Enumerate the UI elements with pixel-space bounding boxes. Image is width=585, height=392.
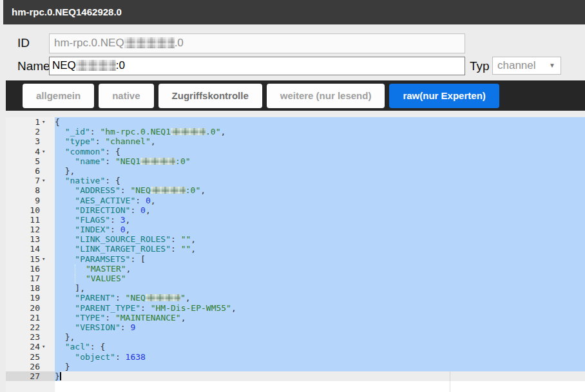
code-line[interactable]: 23 }, [6, 332, 585, 342]
code-text: "INDEX": 0, [55, 225, 585, 234]
type-select[interactable]: channel ▼ [492, 57, 561, 75]
code-text: "TYPE": "MAINTENANCE", [55, 313, 585, 322]
code-text: "PARENT": "NEQ", [55, 293, 585, 303]
fold-icon[interactable]: ▾ [40, 147, 55, 156]
chevron-down-icon: ▼ [549, 57, 555, 74]
gutter-line-number: 18 [6, 283, 55, 293]
code-line[interactable]: 14 "LINK_TARGET_ROLES": "", [6, 244, 585, 254]
fold-icon[interactable]: ▾ [40, 176, 55, 185]
fold-icon[interactable]: ▾ [40, 117, 55, 127]
code-line[interactable]: 9 "AES_ACTIVE": 0, [6, 196, 585, 205]
code-text: ], [55, 283, 585, 293]
redacted-blur [76, 60, 116, 71]
code-line[interactable]: 20 "PARENT_TYPE": "HM-Dis-EP-WM55", [6, 303, 585, 313]
code-line[interactable]: 6 }, [6, 166, 585, 176]
tab-raw[interactable]: raw(nur Experten) [389, 84, 499, 108]
type-label: Typ [470, 59, 490, 73]
code-line[interactable]: 25 "object": 1638 [6, 352, 585, 362]
code-text: "type": "channel", [55, 136, 585, 146]
code-line[interactable]: 18 ], [6, 283, 585, 293]
redacted-blur [151, 187, 186, 194]
gutter-line-number: 16 [6, 264, 55, 274]
gutter-line-number: 6 [6, 166, 55, 176]
name-label: Name [17, 59, 50, 73]
code-line[interactable]: 11 "FLAGS": 3, [6, 215, 585, 225]
gutter-line-number: 25 [6, 352, 55, 362]
gutter-line-number: 5 [6, 156, 55, 166]
name-input[interactable]: NEQ:0 [49, 57, 465, 75]
code-line[interactable]: 19 "PARENT": "NEQ", [6, 293, 585, 303]
code-text: }, [55, 166, 585, 176]
gutter-line-number: 9 [6, 196, 55, 205]
gutter-line-number: 1▾ [6, 117, 55, 127]
code-line[interactable]: 12 "INDEX": 0, [6, 225, 585, 234]
code-line[interactable]: 22 "VERSION": 9 [6, 322, 585, 332]
redacted-blur [124, 37, 175, 48]
code-text: "AES_ACTIVE": 0, [55, 196, 585, 205]
gutter-line-number: 10 [6, 205, 55, 215]
tab-native[interactable]: native [99, 84, 153, 108]
code-line[interactable]: 4▾ "common": { [6, 147, 585, 156]
code-line[interactable]: 21 "TYPE": "MAINTENANCE", [6, 313, 585, 322]
gutter-line-number: 21 [6, 313, 55, 322]
code-text: "acl": { [55, 342, 585, 351]
gutter-line-number: 26 [6, 362, 55, 371]
redacted-blur [171, 128, 206, 135]
id-input[interactable]: hm-rpc.0.NEQ.0 [49, 33, 465, 53]
tab-weitere[interactable]: weitere (nur lesend) [267, 84, 385, 108]
code-line[interactable]: 16 "MASTER", [6, 264, 585, 274]
code-text: } [55, 362, 585, 371]
fold-icon[interactable]: ▾ [40, 342, 55, 351]
gutter-line-number: 22 [6, 322, 55, 332]
text-cursor [60, 372, 61, 380]
type-select-value: channel [497, 59, 536, 71]
redacted-blur [140, 158, 175, 165]
gutter-line-number: 7▾ [6, 176, 55, 185]
name-value-prefix: NEQ [52, 59, 76, 71]
code-line[interactable]: 24▾ "acl": { [6, 342, 585, 351]
gutter-line-number: 14 [6, 244, 55, 254]
gutter-line-number: 2 [6, 127, 55, 136]
code-line[interactable]: 26 } [6, 362, 585, 371]
code-line[interactable]: 2 "_id": "hm-rpc.0.NEQ1.0", [6, 127, 585, 136]
code-line[interactable]: 27} [6, 371, 585, 381]
code-text: "_id": "hm-rpc.0.NEQ1.0", [55, 127, 585, 136]
code-line[interactable]: 3 "type": "channel", [6, 136, 585, 146]
gutter-line-number: 17 [6, 274, 55, 283]
tab-zugriffskontrolle[interactable]: Zugriffskontrolle [158, 84, 262, 108]
code-lines: 1▾{2 "_id": "hm-rpc.0.NEQ1.0",3 "type": … [6, 117, 585, 381]
name-value-suffix: :0 [116, 59, 125, 71]
code-text: } [55, 371, 585, 381]
code-text: "native": { [55, 176, 585, 185]
gutter-line-number: 24▾ [6, 342, 55, 351]
code-text: "LINK_TARGET_ROLES": "", [55, 244, 585, 254]
json-code-editor[interactable]: 1▾{2 "_id": "hm-rpc.0.NEQ1.0",3 "type": … [6, 117, 585, 392]
gutter-line-number: 4▾ [6, 147, 55, 156]
tab-allgemein[interactable]: allgemein [23, 84, 94, 108]
code-text: "common": { [55, 147, 585, 156]
code-line[interactable]: 10 "DIRECTION": 0, [6, 205, 585, 215]
code-text: "name": "NEQ1:0" [55, 156, 585, 166]
code-text: "ADDRESS": "NEQ:0", [55, 185, 585, 195]
gutter-line-number: 23 [6, 332, 55, 342]
code-line[interactable]: 7▾ "native": { [6, 176, 585, 185]
gutter-line-number: 12 [6, 225, 55, 234]
code-text: "VALUES" [55, 274, 585, 283]
code-line[interactable]: 5 "name": "NEQ1:0" [6, 156, 585, 166]
code-line[interactable]: 1▾{ [6, 117, 585, 127]
code-text: "MASTER", [55, 264, 585, 274]
code-line[interactable]: 8 "ADDRESS": "NEQ:0", [6, 185, 585, 195]
gutter-line-number: 13 [6, 234, 55, 244]
code-text: "FLAGS": 3, [55, 215, 585, 225]
code-line[interactable]: 13 "LINK_SOURCE_ROLES": "", [6, 234, 585, 244]
gutter-line-number: 27 [6, 371, 55, 381]
code-line[interactable]: 17 "VALUES" [6, 274, 585, 283]
gutter-line-number: 20 [6, 303, 55, 313]
gutter-line-number: 11 [6, 215, 55, 225]
redacted-blur [146, 294, 180, 301]
gutter-line-number: 3 [6, 136, 55, 146]
tab-bar: allgemeinnativeZugriffskontrolleweitere … [6, 80, 585, 111]
code-text: "PARENT_TYPE": "HM-Dis-EP-WM55", [55, 303, 585, 313]
code-line[interactable]: 15▾ "PARAMSETS": [ [6, 254, 585, 264]
fold-icon[interactable]: ▾ [40, 254, 55, 264]
